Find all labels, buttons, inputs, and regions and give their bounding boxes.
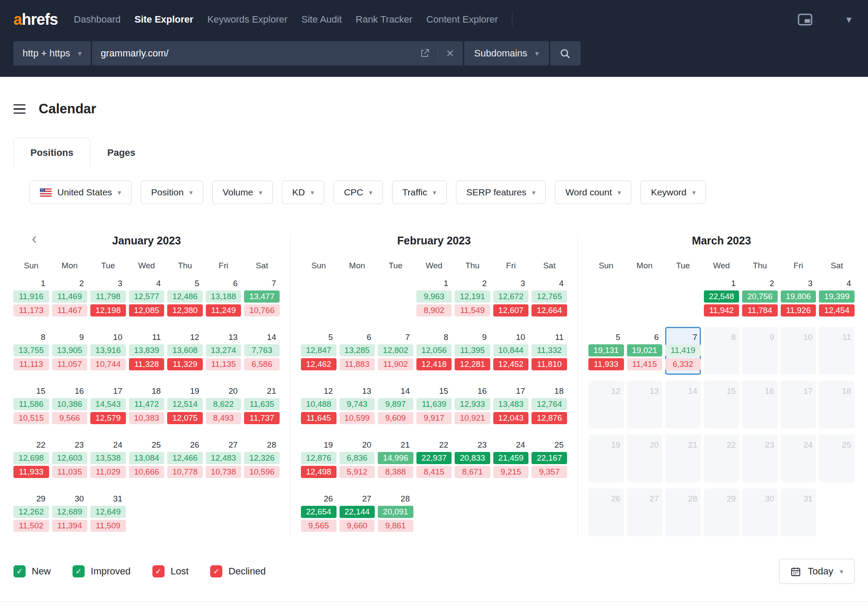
day-cell[interactable]: 512,84712,462 [301,327,337,375]
day-cell[interactable]: 1213,60811,329 [167,327,203,375]
day-cell[interactable]: 1010,84412,452 [493,327,529,375]
target-url-input[interactable] [101,48,412,59]
day-cell[interactable]: 111,91611,173 [13,273,49,321]
day-cell[interactable]: 2222,9378,415 [416,435,452,482]
filter-kd[interactable]: KD▾ [282,181,324,204]
nav-item-rank-tracker[interactable]: Rank Tracker [356,14,413,25]
day-cell[interactable]: 312,67212,607 [493,273,529,321]
day-cell[interactable]: 913,90511,057 [52,327,88,375]
day-cell[interactable]: 1313,27411,135 [206,327,241,375]
filter-serp-features[interactable]: SERP features▾ [456,181,546,204]
checkbox-new[interactable]: ✓ [13,565,26,577]
day-cell[interactable]: 2812,32610,596 [244,435,280,482]
filter-traffic[interactable]: Traffic▾ [392,181,447,204]
nav-item-dashboard[interactable]: Dashboard [74,14,121,25]
day-cell[interactable]: 812,05612,418 [416,327,452,375]
day-cell[interactable]: 2312,60311,035 [52,435,88,482]
day-cell[interactable]: 2722,1449,660 [340,488,375,536]
day-cell[interactable]: 2612,46610,778 [167,435,203,482]
day-cell[interactable]: 1714,54312,579 [90,381,126,429]
filter-position[interactable]: Position▾ [141,181,203,204]
filter-volume[interactable]: Volume▾ [212,181,273,204]
external-link-icon[interactable] [419,48,430,59]
day-cell[interactable]: 1812,76412,876 [531,381,567,429]
day-cell[interactable]: 2413,53811,029 [90,435,126,482]
day-cell[interactable]: 1013,91610,744 [90,327,126,375]
legend-item-declined[interactable]: ✓Declined [210,565,266,577]
day-cell[interactable]: 2820,0919,861 [378,488,413,536]
day-cell[interactable]: 613,18811,249 [206,273,241,321]
clear-input-icon[interactable]: ✕ [446,48,454,59]
nav-item-site-audit[interactable]: Site Audit [301,14,342,25]
day-cell[interactable]: 311,79812,198 [90,273,126,321]
day-cell[interactable]: 206,8365,912 [340,435,375,482]
day-cell[interactable]: 1511,58610,515 [13,381,49,429]
ahrefs-logo[interactable]: ahrefs [13,10,58,29]
checkbox-lost[interactable]: ✓ [152,565,165,577]
filter-word-count[interactable]: Word count▾ [555,181,631,204]
day-cell[interactable]: 3012,68911,394 [52,488,88,536]
day-cell[interactable]: 1713,48312,043 [493,381,529,429]
chevron-down-icon[interactable]: ▾ [846,14,851,25]
day-cell-selected[interactable]: 711,4196,332 [665,327,701,375]
day-cell[interactable]: 2622,6549,565 [301,488,337,536]
legend-item-lost[interactable]: ✓Lost [152,565,189,577]
day-cell[interactable]: 2320,8338,671 [455,435,490,482]
day-cell[interactable]: 208,6228,493 [206,381,241,429]
day-cell[interactable]: 1811,47210,383 [129,381,165,429]
search-button[interactable] [550,41,581,66]
day-cell[interactable]: 619,02111,415 [627,327,663,375]
filter-keyword[interactable]: Keyword▾ [640,181,706,204]
day-cell[interactable]: 319,80611,926 [781,273,816,321]
day-cell[interactable]: 1511,6399,917 [416,381,452,429]
filter-united-states[interactable]: United States▾ [30,181,132,204]
day-cell[interactable]: 712,80211,902 [378,327,413,375]
day-cell[interactable]: 3112,64911,509 [90,488,126,536]
day-cell[interactable]: 2513,08410,666 [129,435,165,482]
nav-item-keywords-explorer[interactable]: Keywords Explorer [207,14,287,25]
day-cell[interactable]: 2111,63511,737 [244,381,280,429]
day-cell[interactable]: 2421,4599,215 [493,435,529,482]
checkbox-declined[interactable]: ✓ [210,565,222,577]
day-cell[interactable]: 19,9638,902 [416,273,452,321]
legend-item-new[interactable]: ✓New [13,565,51,577]
day-cell[interactable]: 220,75611,784 [742,273,778,321]
day-cell[interactable]: 911,39512,281 [455,327,490,375]
day-cell[interactable]: 813,75511,113 [13,327,49,375]
mode-dropdown[interactable]: Subdomains ▾ [464,41,549,66]
day-cell[interactable]: 1612,93310,921 [455,381,490,429]
checkbox-improved[interactable]: ✓ [73,565,85,577]
day-cell[interactable]: 713,47710,766 [244,273,280,321]
day-cell[interactable]: 1111,33211,810 [531,327,567,375]
prev-month-button[interactable]: ‹ [28,231,40,247]
nav-item-content-explorer[interactable]: Content Explorer [426,14,498,25]
protocol-dropdown[interactable]: http + https ▾ [13,41,91,66]
day-cell[interactable]: 139,74310,599 [340,381,375,429]
day-cell[interactable]: 419,39912,454 [819,273,855,321]
day-cell[interactable]: 1210,48811,645 [301,381,337,429]
day-cell[interactable]: 122,54811,942 [704,273,739,321]
day-cell[interactable]: 2114,9968,388 [378,435,413,482]
day-cell[interactable]: 512,48612,380 [167,273,203,321]
tab-positions[interactable]: Positions [13,138,90,168]
day-cell[interactable]: 2212,69811,933 [13,435,49,482]
day-cell[interactable]: 1113,83911,328 [129,327,165,375]
nav-item-site-explorer[interactable]: Site Explorer [135,14,194,25]
day-cell[interactable]: 2522,1679,357 [531,435,567,482]
day-cell[interactable]: 147,7636,586 [244,327,280,375]
day-cell[interactable]: 149,8979,609 [378,381,413,429]
day-cell[interactable]: 212,19111,549 [455,273,490,321]
day-cell[interactable]: 613,28511,883 [340,327,375,375]
legend-item-improved[interactable]: ✓Improved [73,565,131,577]
workspace-icon[interactable] [798,13,812,26]
menu-icon[interactable] [13,102,26,116]
day-cell[interactable]: 1610,3869,566 [52,381,88,429]
day-cell[interactable]: 2912,26211,502 [13,488,49,536]
today-button[interactable]: Today ▾ [779,559,855,584]
day-cell[interactable]: 1912,51412,075 [167,381,203,429]
day-cell[interactable]: 211,46911,467 [52,273,88,321]
day-cell[interactable]: 412,57712,085 [129,273,165,321]
day-cell[interactable]: 412,76512,664 [531,273,567,321]
filter-cpc[interactable]: CPC▾ [333,181,383,204]
day-cell[interactable]: 1912,87612,498 [301,435,337,482]
